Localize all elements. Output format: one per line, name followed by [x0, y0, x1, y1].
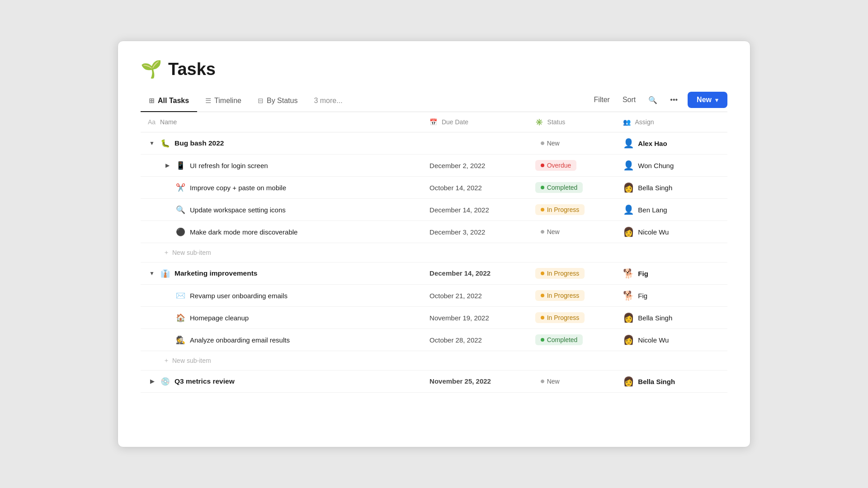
due-date: December 14, 2022 — [429, 206, 489, 214]
group-status-cell[interactable]: New — [528, 371, 616, 393]
due-date: November 25, 2022 — [429, 377, 491, 385]
assignee-name: Ben Lang — [638, 206, 667, 214]
table-row[interactable]: ▼ 🐛 Bug bash 2022 New 👤 Alex Hao — [141, 132, 727, 155]
task-due-cell: October 14, 2022 — [422, 177, 528, 199]
name-cell: ▼ 🐛 Bug bash 2022 — [148, 139, 415, 148]
filter-button[interactable]: Filter — [591, 94, 613, 106]
table-row[interactable]: 🕵️ Analyze onboarding email results Octo… — [141, 329, 727, 351]
task-emoji: ⚫ — [176, 227, 185, 237]
search-button[interactable]: 🔍 — [646, 94, 660, 106]
new-button[interactable]: New ▾ — [688, 92, 727, 108]
assignee-name: Alex Hao — [638, 140, 667, 147]
expand-toggle[interactable]: ▶ — [163, 162, 171, 169]
new-subitem-button[interactable]: ＋ New sub-item — [163, 249, 720, 257]
by-status-icon: ⊟ — [258, 97, 264, 105]
status-dot — [541, 141, 544, 145]
task-status-cell[interactable]: Completed — [528, 177, 616, 199]
group-status-cell[interactable]: In Progress — [528, 263, 616, 285]
table-row[interactable]: ✂️ Improve copy + paste on mobile Octobe… — [141, 177, 727, 199]
task-name-cell: ▶ 📱 UI refresh for login screen — [141, 155, 422, 177]
task-emoji: ✂️ — [176, 183, 185, 192]
group-name-cell: ▼ 🐛 Bug bash 2022 — [141, 132, 422, 155]
task-status-cell[interactable]: In Progress — [528, 199, 616, 221]
tab-all-tasks[interactable]: ⊞ All Tasks — [141, 92, 197, 112]
assignee-name: Fig — [638, 270, 648, 277]
tab-more[interactable]: 3 more... — [306, 92, 350, 111]
name-cell: 🕵️ Analyze onboarding email results — [163, 335, 415, 345]
status-dot — [541, 230, 544, 234]
name-cell: 🔍 Update workspace setting icons — [163, 205, 415, 215]
tab-by-status[interactable]: ⊟ By Status — [250, 92, 306, 112]
assignee-cell: 👩 Bella Singh — [623, 376, 720, 387]
more-options-button[interactable]: ••• — [667, 94, 680, 106]
task-name-cell: ✉️ Revamp user onboarding emails — [141, 285, 422, 307]
table-row[interactable]: ▼ 👔 Marketing improvements December 14, … — [141, 263, 727, 285]
avatar: 👩 — [623, 226, 634, 237]
status-badge: New — [535, 138, 565, 149]
assignee-cell: 👤 Ben Lang — [623, 204, 720, 215]
group-due-cell: December 14, 2022 — [422, 263, 528, 285]
due-col-icon: 📅 — [429, 118, 437, 126]
task-status-cell[interactable]: In Progress — [528, 285, 616, 307]
assignee-name: Bella Singh — [638, 314, 672, 322]
chevron-down-icon: ▾ — [715, 97, 718, 103]
status-label: In Progress — [547, 206, 580, 213]
tab-by-status-label: By Status — [267, 97, 297, 105]
status-label: Completed — [547, 184, 578, 191]
all-tasks-icon: ⊞ — [149, 97, 155, 105]
name-cell: ▶ 📱 UI refresh for login screen — [163, 161, 415, 170]
task-emoji: 📱 — [176, 161, 185, 170]
task-status-cell[interactable]: In Progress — [528, 307, 616, 329]
task-status-cell[interactable]: Overdue — [528, 155, 616, 177]
expand-toggle[interactable]: ▼ — [148, 140, 156, 146]
status-label: Completed — [547, 336, 578, 343]
expand-toggle[interactable]: ▼ — [148, 270, 156, 277]
tab-timeline-label: Timeline — [214, 97, 241, 105]
table-row[interactable]: 🏠 Homepage cleanup November 19, 2022 In … — [141, 307, 727, 329]
tab-all-tasks-label: All Tasks — [158, 97, 189, 105]
new-subitem-row[interactable]: ＋ New sub-item — [141, 351, 727, 371]
task-name: UI refresh for login screen — [190, 162, 268, 169]
name-cell: ▶ 💿 Q3 metrics review — [148, 377, 415, 386]
task-due-cell: December 3, 2022 — [422, 221, 528, 243]
status-badge: New — [535, 376, 565, 387]
group-status-cell[interactable]: New — [528, 132, 616, 155]
avatar: 👤 — [623, 138, 634, 149]
assignee-cell: 🐕 Fig — [623, 290, 720, 301]
task-name-cell: ✂️ Improve copy + paste on mobile — [141, 177, 422, 199]
table-row[interactable]: ⚫ Make dark mode more discoverable Decem… — [141, 221, 727, 243]
new-subitem-button[interactable]: ＋ New sub-item — [163, 357, 720, 365]
status-label: In Progress — [547, 292, 580, 299]
task-assign-cell: 👩 Nicole Wu — [616, 329, 727, 351]
group-name-cell: ▶ 💿 Q3 metrics review — [141, 371, 422, 393]
table-row[interactable]: ▶ 💿 Q3 metrics review November 25, 2022 … — [141, 371, 727, 393]
group-assign-cell: 👩 Bella Singh — [616, 371, 727, 393]
task-name: Make dark mode more discoverable — [190, 228, 297, 236]
table-row[interactable]: ▶ 📱 UI refresh for login screen December… — [141, 155, 727, 177]
name-cell: 🏠 Homepage cleanup — [163, 313, 415, 323]
due-date: October 28, 2022 — [429, 336, 482, 344]
new-subitem-cell[interactable]: ＋ New sub-item — [141, 351, 727, 371]
group-name-cell: ▼ 👔 Marketing improvements — [141, 263, 422, 285]
new-subitem-cell[interactable]: ＋ New sub-item — [141, 243, 727, 263]
task-emoji: 🔍 — [176, 205, 185, 215]
table-row[interactable]: ✉️ Revamp user onboarding emails October… — [141, 285, 727, 307]
task-due-cell: December 14, 2022 — [422, 199, 528, 221]
due-date: October 14, 2022 — [429, 184, 482, 192]
due-date: October 21, 2022 — [429, 292, 482, 300]
task-status-cell[interactable]: New — [528, 221, 616, 243]
sort-button[interactable]: Sort — [620, 94, 638, 106]
table-row[interactable]: 🔍 Update workspace setting icons Decembe… — [141, 199, 727, 221]
assignee-name: Nicole Wu — [638, 228, 669, 236]
name-cell: ▼ 👔 Marketing improvements — [148, 269, 415, 278]
page-icon: 🌱 — [141, 59, 162, 79]
task-status-cell[interactable]: Completed — [528, 329, 616, 351]
status-dot — [541, 164, 544, 167]
expand-toggle[interactable]: ▶ — [148, 378, 156, 385]
status-dot — [541, 338, 544, 342]
new-subitem-row[interactable]: ＋ New sub-item — [141, 243, 727, 263]
task-name-cell: 🏠 Homepage cleanup — [141, 307, 422, 329]
task-assign-cell: 👩 Nicole Wu — [616, 221, 727, 243]
tab-timeline[interactable]: ☰ Timeline — [197, 92, 250, 112]
avatar: 👩 — [623, 376, 634, 387]
